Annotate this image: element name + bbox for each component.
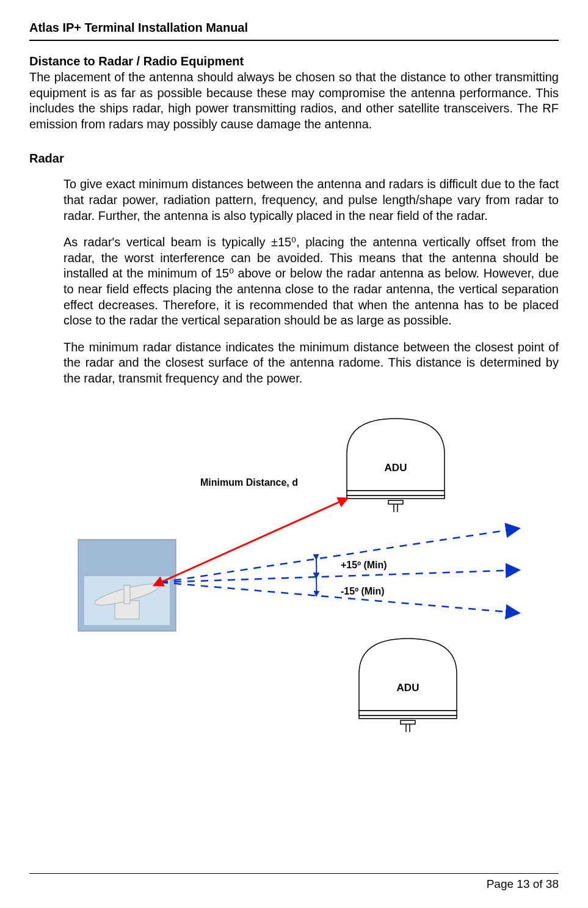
radar-paragraph-3: The minimum radar distance indicates the… (64, 340, 559, 387)
svg-rect-11 (359, 716, 457, 719)
svg-rect-5 (347, 491, 445, 496)
header-rule (29, 40, 559, 41)
svg-rect-12 (401, 720, 415, 724)
section-radar-heading: Radar (29, 152, 559, 166)
section-distance-heading: Distance to Radar / Radio Equipment (29, 54, 559, 68)
beam-lines (161, 529, 518, 613)
adu-label-bottom: ADU (397, 682, 419, 694)
min-distance-line (161, 499, 347, 582)
adu-label-top: ADU (385, 462, 407, 474)
svg-line-17 (161, 582, 518, 613)
footer-rule (29, 873, 559, 874)
min-distance-label: Minimum Distance, d (200, 477, 298, 488)
angle-upper-label: +15º (Min) (341, 560, 387, 570)
page-number: Page 13 of 38 (29, 877, 559, 891)
svg-rect-4 (124, 585, 130, 604)
radar-paragraph-1: To give exact minimum distances between … (64, 177, 559, 224)
svg-line-15 (161, 529, 518, 582)
section-distance-paragraph: The placement of the antenna should alwa… (29, 70, 559, 132)
radar-photo (78, 540, 176, 631)
angle-lower-label: -15º (Min) (341, 586, 385, 596)
svg-rect-6 (347, 496, 445, 499)
radar-paragraph-2: As radar's vertical beam is typically ±1… (64, 235, 559, 329)
svg-line-16 (161, 570, 518, 582)
radar-distance-diagram: ADU ADU (29, 399, 559, 741)
doc-header: Atlas IP+ Terminal Installation Manual (29, 21, 559, 40)
svg-rect-7 (388, 500, 403, 504)
svg-rect-10 (359, 711, 457, 716)
